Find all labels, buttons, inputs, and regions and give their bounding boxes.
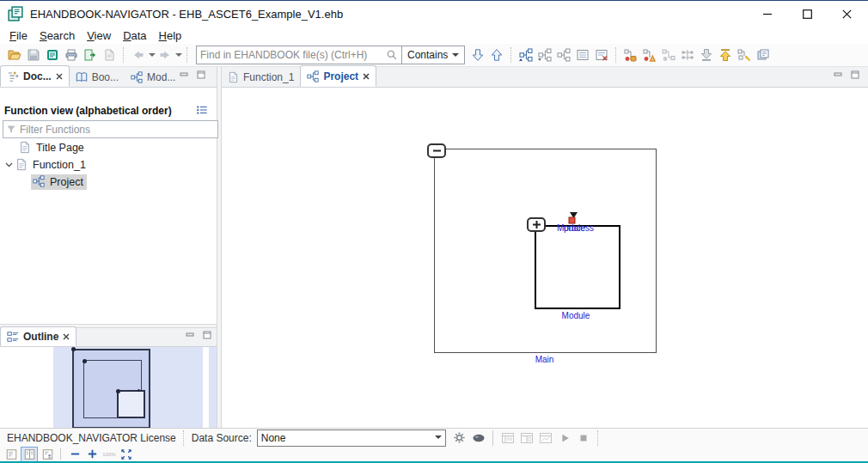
outline-panel-buttons bbox=[186, 331, 212, 339]
minimize-panel-icon[interactable] bbox=[186, 331, 195, 339]
close-icon[interactable] bbox=[56, 73, 63, 80]
menu-search[interactable]: Search bbox=[34, 28, 81, 43]
find-previous-icon[interactable] bbox=[488, 47, 505, 63]
tab-function-1[interactable]: Function_1 bbox=[222, 67, 300, 87]
step-into-icon[interactable] bbox=[698, 47, 715, 63]
split-view-icon[interactable] bbox=[679, 47, 696, 63]
expand-module-button[interactable] bbox=[527, 217, 546, 232]
locate-model-icon[interactable] bbox=[660, 47, 677, 63]
chevron-down-icon bbox=[435, 436, 442, 440]
chevron-down-icon[interactable] bbox=[2, 158, 15, 172]
ehb-file-icon[interactable] bbox=[44, 47, 61, 63]
tree-item-title-page[interactable]: Title Page bbox=[0, 139, 217, 156]
print-icon[interactable] bbox=[63, 47, 80, 63]
maximize-panel-icon[interactable] bbox=[851, 70, 860, 79]
data-source-select[interactable]: None bbox=[257, 429, 446, 447]
outline-module-rect bbox=[117, 390, 145, 418]
collapse-main-button[interactable] bbox=[427, 143, 446, 158]
status-separator bbox=[597, 430, 599, 446]
maximize-window-button[interactable] bbox=[787, 1, 827, 27]
presentation-view-icon[interactable] bbox=[40, 448, 55, 461]
hide-list-icon[interactable] bbox=[593, 47, 610, 63]
application-window: EHANDBOOK-NAVIGATOR - EHB_ASCET6_Example… bbox=[0, 0, 868, 463]
step-out-icon[interactable] bbox=[717, 47, 734, 63]
menu-help[interactable]: Help bbox=[153, 28, 188, 43]
title-bar[interactable]: EHANDBOOK-NAVIGATOR - EHB_ASCET6_Example… bbox=[0, 1, 868, 27]
open-icon[interactable] bbox=[6, 47, 23, 63]
search-mode-dropdown[interactable]: Contains bbox=[402, 49, 464, 61]
hierarchy-icon bbox=[33, 175, 46, 189]
forward-menu-icon[interactable] bbox=[174, 47, 182, 63]
duplicate-view-icon[interactable] bbox=[755, 47, 772, 63]
zoom-reset-icon[interactable]: 100% bbox=[101, 448, 117, 461]
search-icon[interactable] bbox=[383, 47, 400, 63]
find-next-icon[interactable] bbox=[469, 47, 486, 63]
measurement-window-icon bbox=[537, 430, 554, 446]
expand-siblings-icon[interactable] bbox=[555, 47, 572, 63]
tree-item-label: Title Page bbox=[36, 142, 84, 154]
close-icon[interactable] bbox=[363, 73, 370, 80]
navigate-model-icon[interactable] bbox=[736, 47, 753, 63]
tree-item-label: Function_1 bbox=[33, 159, 86, 171]
visualization-icon[interactable] bbox=[470, 430, 487, 446]
tab-document-view[interactable]: Doc... bbox=[0, 65, 70, 87]
single-page-view-icon[interactable] bbox=[3, 448, 19, 461]
maximize-panel-icon[interactable] bbox=[203, 331, 212, 339]
tab-label: Function_1 bbox=[243, 71, 294, 83]
tree-item-label: Project bbox=[50, 176, 83, 188]
calibration-window-icon bbox=[518, 430, 535, 446]
filter-functions-input[interactable]: Filter Functions bbox=[3, 120, 218, 138]
tree-item-function-1[interactable]: Function_1 bbox=[0, 156, 217, 174]
tab-project[interactable]: Project bbox=[300, 65, 376, 87]
back-menu-icon[interactable] bbox=[148, 47, 156, 63]
pdf-export-icon[interactable] bbox=[101, 47, 118, 63]
view-menu-icon[interactable] bbox=[196, 104, 208, 116]
maximize-panel-icon[interactable] bbox=[197, 70, 206, 79]
module-block-label: Module bbox=[535, 311, 617, 320]
back-icon[interactable] bbox=[130, 47, 147, 63]
outline-thumbnail[interactable] bbox=[0, 347, 217, 428]
main-block-label: Main bbox=[434, 355, 655, 364]
minimize-panel-icon[interactable] bbox=[834, 70, 843, 79]
export-icon[interactable] bbox=[82, 47, 99, 63]
start-measurement-icon bbox=[556, 430, 573, 446]
close-window-button[interactable] bbox=[827, 1, 866, 27]
status-separator bbox=[183, 430, 185, 446]
find-input[interactable] bbox=[197, 48, 382, 62]
show-list-icon[interactable] bbox=[574, 47, 591, 63]
zoom-out-icon[interactable] bbox=[67, 448, 83, 461]
fit-to-view-icon[interactable] bbox=[119, 448, 134, 461]
toolbar-separator bbox=[615, 47, 617, 63]
book-view-icon[interactable] bbox=[21, 447, 38, 462]
zoom-reset-label: 100% bbox=[102, 452, 116, 457]
collapse-children-icon[interactable] bbox=[536, 47, 553, 63]
selected-tree-item[interactable]: Project bbox=[31, 174, 87, 190]
tab-bookmarks-view[interactable]: Boo... bbox=[70, 67, 125, 87]
save-icon[interactable] bbox=[25, 47, 42, 63]
filter-icon bbox=[6, 125, 16, 135]
menu-view[interactable]: View bbox=[81, 28, 117, 43]
status-separator bbox=[492, 430, 494, 446]
tab-model-view[interactable]: Mod... bbox=[125, 67, 181, 87]
minimize-panel-icon[interactable] bbox=[180, 70, 189, 79]
expand-children-icon[interactable] bbox=[517, 47, 535, 63]
tab-outline[interactable]: Outline bbox=[0, 326, 76, 346]
diagram-canvas[interactable]: Main Module process Module bbox=[222, 88, 868, 428]
tab-label: Project bbox=[323, 70, 358, 82]
document-icon bbox=[19, 141, 33, 155]
menu-file[interactable]: File bbox=[3, 28, 34, 43]
locate-label-icon[interactable] bbox=[641, 47, 658, 63]
outline-scrollbar[interactable] bbox=[203, 347, 209, 428]
app-icon bbox=[8, 6, 23, 21]
menu-data[interactable]: Data bbox=[117, 28, 152, 43]
menu-bar: File Search View Data Help bbox=[0, 27, 868, 44]
view-separator bbox=[60, 448, 62, 460]
zoom-in-icon[interactable] bbox=[84, 448, 100, 461]
module-block[interactable] bbox=[535, 225, 620, 309]
close-icon[interactable] bbox=[63, 333, 70, 340]
tree-item-project[interactable]: Project bbox=[0, 174, 217, 191]
locate-data-icon[interactable] bbox=[622, 47, 639, 63]
minimize-window-button[interactable] bbox=[748, 1, 787, 27]
data-source-settings-icon[interactable] bbox=[451, 430, 468, 446]
forward-icon[interactable] bbox=[156, 47, 174, 63]
